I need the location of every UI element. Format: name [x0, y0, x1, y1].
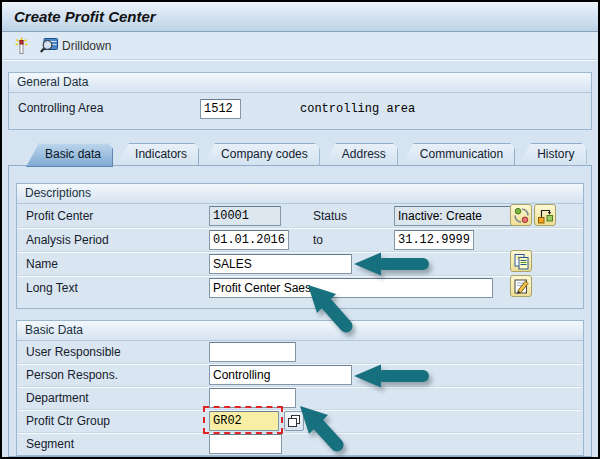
name-label: Name — [26, 252, 58, 276]
long-text-row: Long Text — [18, 276, 582, 299]
status-change-icon — [513, 207, 530, 224]
controlling-area-field[interactable] — [200, 99, 241, 119]
magic-wand-icon — [13, 37, 30, 55]
long-text-field[interactable] — [209, 278, 493, 298]
general-data-header: General Data — [9, 73, 591, 93]
basic-data-header: Basic Data — [17, 321, 583, 341]
profit-ctr-group-label: Profit Ctr Group — [26, 409, 110, 433]
segment-field[interactable] — [209, 434, 282, 454]
department-label: Department — [26, 386, 89, 410]
controlling-area-description: controlling area — [300, 97, 415, 121]
controlling-area-label: Controlling Area — [18, 96, 103, 120]
descriptions-groupbox: Descriptions Profit Center Status Analys… — [16, 183, 584, 309]
status-change-button[interactable] — [510, 204, 532, 226]
tab-communication[interactable]: Communication — [401, 143, 515, 166]
person-respons-field[interactable] — [209, 365, 352, 385]
sap-window: Create Profit Center Drilld — [0, 0, 600, 459]
analysis-period-from-field[interactable] — [209, 230, 289, 250]
tab-address[interactable]: Address — [323, 143, 398, 166]
status-label: Status — [313, 204, 347, 228]
analysis-period-to-label: to — [313, 228, 323, 252]
name-field[interactable] — [209, 254, 352, 274]
possible-entries-button[interactable] — [284, 411, 304, 431]
tab-indicators[interactable]: Indicators — [116, 143, 199, 166]
descriptions-header: Descriptions — [17, 184, 583, 204]
analysis-period-to-field[interactable] — [394, 230, 474, 250]
person-respons-label: Person Respons. — [26, 363, 118, 387]
title-bar: Create Profit Center — [2, 2, 598, 32]
drilldown-magnifier-icon — [39, 37, 59, 54]
status-field[interactable] — [394, 206, 514, 226]
edit-long-text-icon — [513, 278, 530, 295]
long-text-label: Long Text — [26, 276, 78, 300]
drilldown-label: Drilldown — [62, 39, 111, 53]
application-toolbar: Drilldown — [2, 32, 598, 60]
basic-data-groupbox: Basic Data User Responsible Person Respo… — [16, 320, 584, 456]
copy-text-icon — [513, 253, 530, 270]
possible-entries-icon — [287, 414, 301, 428]
user-responsible-field[interactable] — [209, 342, 296, 362]
analysis-period-row: Analysis Period to — [18, 228, 582, 252]
tab-strip: Basic data Indicators Company codes Addr… — [26, 143, 587, 166]
person-respons-row: Person Respons. — [18, 363, 582, 387]
department-row: Department — [18, 386, 582, 410]
segment-label: Segment — [26, 432, 74, 456]
general-data-groupbox: General Data Controlling Area controllin… — [8, 72, 592, 130]
analysis-period-label: Analysis Period — [26, 228, 109, 252]
wand-button[interactable] — [10, 35, 33, 56]
tab-company-codes[interactable]: Company codes — [202, 143, 320, 166]
drilldown-button[interactable]: Drilldown — [36, 35, 114, 56]
hierarchy-assignment-icon — [537, 207, 554, 224]
name-row: Name — [18, 252, 582, 276]
user-responsible-label: User Responsible — [26, 340, 121, 364]
profit-center-field[interactable] — [209, 206, 281, 226]
profit-ctr-group-row: Profit Ctr Group — [18, 409, 582, 433]
segment-row: Segment — [18, 432, 582, 455]
edit-long-text-button[interactable] — [510, 275, 532, 297]
hierarchy-assignment-button[interactable] — [534, 204, 556, 226]
profit-ctr-group-field[interactable] — [209, 411, 279, 431]
tab-history[interactable]: History — [518, 143, 586, 166]
page-title: Create Profit Center — [14, 2, 156, 31]
department-field[interactable] — [209, 388, 296, 408]
tab-basic-data[interactable]: Basic data — [26, 143, 113, 167]
controlling-area-row: Controlling Area controlling area — [10, 96, 590, 126]
copy-text-button[interactable] — [510, 250, 532, 272]
profit-center-label: Profit Center — [26, 204, 93, 228]
user-responsible-row: User Responsible — [18, 340, 582, 364]
profit-center-row: Profit Center Status — [18, 204, 582, 228]
